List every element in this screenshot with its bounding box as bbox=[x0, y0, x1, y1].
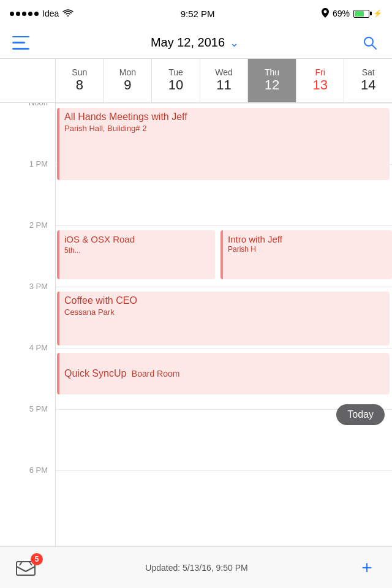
search-button[interactable] bbox=[360, 33, 380, 53]
calendar-body: Noon 1 PM 2 PM 3 PM 4 PM 5 PM 6 PM bbox=[0, 103, 392, 546]
add-event-button[interactable]: + bbox=[356, 557, 377, 578]
signal-dot bbox=[22, 12, 26, 16]
status-left: Idea bbox=[10, 9, 74, 19]
wifi-icon bbox=[62, 9, 74, 19]
time-slot-6pm: 6 PM bbox=[0, 470, 55, 532]
time-slot-2pm: 2 PM bbox=[0, 225, 55, 287]
header-title[interactable]: May 12, 2016 ⌄ bbox=[151, 36, 239, 50]
event-location-intro-jeff: Parish H bbox=[228, 245, 387, 254]
location-icon bbox=[322, 8, 329, 20]
update-status-label: Updated: 5/13/16, 9:50 PM bbox=[145, 563, 247, 573]
bottom-bar: 5 Updated: 5/13/16, 9:50 PM + bbox=[0, 546, 392, 588]
signal-dot bbox=[28, 12, 32, 16]
time-label-5pm: 5 PM bbox=[29, 404, 48, 413]
event-ios-osx[interactable]: iOS & OSX Road 5th... bbox=[57, 230, 215, 279]
time-slot-1pm: 1 PM bbox=[0, 164, 55, 225]
status-right: 69% ⚡ bbox=[322, 8, 382, 20]
signal-dot bbox=[10, 12, 14, 16]
menu-line-1 bbox=[12, 36, 29, 38]
day-col-fri[interactable]: Fri 13 bbox=[296, 59, 344, 102]
inbox-button[interactable]: 5 bbox=[15, 557, 37, 579]
time-label-3pm: 3 PM bbox=[29, 282, 48, 291]
events-area: All Hands Meetings with Jeff Parish Hall… bbox=[55, 103, 392, 546]
event-title-ios-osx: iOS & OSX Road bbox=[64, 234, 135, 244]
time-slot-3pm: 3 PM bbox=[0, 287, 55, 348]
event-sublabel-ios: 5th... bbox=[64, 246, 210, 255]
signal-dot bbox=[34, 12, 39, 16]
day-col-sun[interactable]: Sun 8 bbox=[55, 59, 104, 102]
signal-bars bbox=[10, 12, 39, 16]
event-all-hands[interactable]: All Hands Meetings with Jeff Parish Hall… bbox=[57, 108, 390, 180]
day-num-wed: 11 bbox=[216, 77, 231, 93]
day-col-thu[interactable]: Thu 12 bbox=[247, 59, 296, 102]
day-num-tue: 10 bbox=[168, 77, 183, 93]
time-column: Noon 1 PM 2 PM 3 PM 4 PM 5 PM 6 PM bbox=[0, 103, 55, 546]
status-time: 9:52 PM bbox=[181, 9, 215, 19]
battery-indicator bbox=[353, 10, 369, 18]
time-label-4pm: 4 PM bbox=[29, 343, 48, 352]
menu-line-3 bbox=[12, 48, 29, 50]
time-col-spacer bbox=[0, 59, 55, 102]
time-slot-5pm: 5 PM bbox=[0, 409, 55, 470]
day-num-sun: 8 bbox=[76, 77, 83, 93]
day-col-mon[interactable]: Mon 9 bbox=[104, 59, 152, 102]
time-label-1pm: 1 PM bbox=[29, 159, 48, 168]
time-label-noon: Noon bbox=[29, 103, 48, 107]
event-location-syncup: Board Room bbox=[132, 369, 180, 379]
day-name-fri: Fri bbox=[315, 67, 325, 77]
day-name-tue: Tue bbox=[168, 67, 183, 77]
day-name-mon: Mon bbox=[119, 67, 136, 77]
day-num-mon: 9 bbox=[124, 77, 131, 93]
day-name-sat: Sat bbox=[362, 67, 375, 77]
time-label-6pm: 6 PM bbox=[29, 466, 48, 475]
event-title-coffee-ceo: Coffee with CEO bbox=[64, 295, 137, 306]
menu-line-2 bbox=[12, 42, 25, 43]
event-coffee-ceo[interactable]: Coffee with CEO Cessana Park bbox=[57, 292, 390, 345]
time-slot-4pm: 4 PM bbox=[0, 348, 55, 409]
event-quick-syncup[interactable]: Quick SyncUp Board Room bbox=[57, 353, 390, 394]
event-location-all-hands: Parish Hall, Building# 2 bbox=[64, 124, 385, 133]
day-name-sun: Sun bbox=[72, 67, 87, 77]
event-intro-jeff[interactable]: Intro with Jeff Parish H bbox=[221, 230, 392, 279]
today-button[interactable]: Today bbox=[336, 404, 385, 425]
event-title-all-hands: All Hands Meetings with Jeff bbox=[64, 111, 187, 122]
event-title-intro-jeff: Intro with Jeff bbox=[228, 234, 282, 244]
svg-line-1 bbox=[372, 45, 376, 49]
time-slot-noon: Noon bbox=[0, 103, 55, 164]
day-col-wed[interactable]: Wed 11 bbox=[200, 59, 248, 102]
event-title-syncup: Quick SyncUp bbox=[64, 368, 126, 379]
menu-button[interactable] bbox=[12, 36, 29, 50]
hour-line-noon bbox=[56, 103, 392, 104]
battery-percent: 69% bbox=[333, 9, 350, 18]
hour-line-3pm bbox=[56, 287, 392, 287]
charging-icon: ⚡ bbox=[373, 9, 382, 18]
day-num-sat: 14 bbox=[361, 77, 375, 93]
plus-icon: + bbox=[361, 559, 372, 577]
carrier-label: Idea bbox=[42, 9, 59, 18]
signal-dot bbox=[16, 12, 20, 16]
calendar-header: May 12, 2016 ⌄ bbox=[0, 27, 392, 59]
current-date-label: May 12, 2016 bbox=[151, 36, 225, 50]
day-num-fri: 13 bbox=[312, 77, 327, 93]
status-bar: Idea 9:52 PM 69% ⚡ bbox=[0, 0, 392, 27]
day-col-sat[interactable]: Sat 14 bbox=[344, 59, 392, 102]
hour-line-6pm bbox=[56, 470, 392, 471]
time-label-2pm: 2 PM bbox=[29, 221, 48, 230]
event-location-coffee-ceo: Cessana Park bbox=[64, 307, 385, 317]
day-num-thu: 12 bbox=[265, 77, 279, 93]
day-col-tue[interactable]: Tue 10 bbox=[151, 59, 200, 102]
day-name-thu: Thu bbox=[265, 67, 279, 77]
day-name-wed: Wed bbox=[215, 67, 233, 77]
hour-line-2pm bbox=[56, 225, 392, 226]
hour-line-4pm bbox=[56, 348, 392, 349]
chevron-down-icon: ⌄ bbox=[230, 36, 239, 50]
inbox-badge: 5 bbox=[31, 553, 43, 565]
day-header-row: Sun 8 Mon 9 Tue 10 Wed 11 Thu 12 Fri 13 … bbox=[0, 59, 392, 103]
